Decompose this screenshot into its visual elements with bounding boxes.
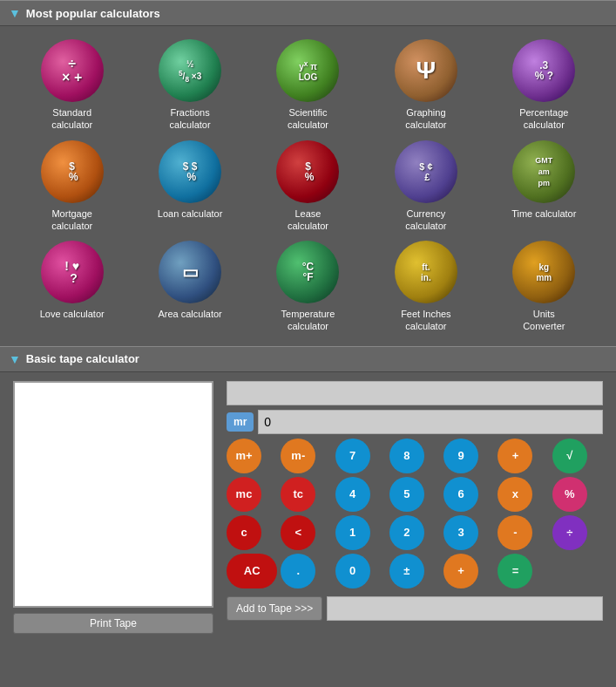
mr-display[interactable] [258,410,603,434]
calc-label-percentage: Percentagecalculator [519,106,568,132]
calc-icon-fractions: ½5/8 ×3 [159,39,221,102]
popular-section: ▼ Most popular calculators ÷× +Standardc… [0,0,616,346]
calc-icon-mortgage: $ % [41,140,104,203]
calc-icon-feetinches: ft.in. [395,241,457,303]
calc-item-scientific[interactable]: yx πLOGScientificcalculator [254,39,362,132]
calc-item-percentage[interactable]: .3% ?Percentagecalculator [490,39,599,132]
popular-section-header: ▼ Most popular calculators [0,0,616,26]
calc-btn-btn7[interactable]: 7 [335,439,370,473]
calc-item-loan[interactable]: $ $ %Loan calculator [135,140,244,220]
tape-section-title: Basic tape calculator [26,352,139,365]
calc-item-lease[interactable]: $ %Leasecalculator [254,140,362,233]
calc-icon-percentage: .3% ? [512,39,575,102]
add-tape-button[interactable]: Add to Tape >>> [227,596,322,621]
calc-btn-backspace[interactable]: < [281,515,315,550]
popular-arrow-icon: ▼ [9,6,21,20]
tape-inner-section: Print Tape mr m+m-789+√mctc456x%c<123-÷A… [0,372,616,647]
calc-btn-tc[interactable]: tc [281,477,315,512]
calc-btn-btn8[interactable]: 8 [389,439,424,473]
calc-item-currency[interactable]: $ ¢ £Currencycalculator [371,140,480,233]
calc-icon-area: ▭ [159,241,221,303]
calc-label-standard: Standardcalculator [51,106,92,132]
calc-btn-btn1[interactable]: 1 [335,515,370,550]
calc-btn-btn9[interactable]: 9 [443,439,478,473]
main-display[interactable] [227,381,603,405]
calc-icon-currency: $ ¢ £ [395,140,457,203]
calc-item-love[interactable]: ! ♥ ?Love calculator [17,241,126,320]
calc-icon-temperature: °C°F [276,241,339,303]
mr-row: mr [227,410,603,434]
calc-label-scientific: Scientificcalculator [288,106,328,132]
calc-item-fractions[interactable]: ½5/8 ×3Fractionscalculator [135,39,244,132]
calc-icon-loan: $ $ % [159,140,221,203]
calc-btn-clear[interactable]: c [227,515,261,550]
calc-btn-multiply[interactable]: x [498,477,532,512]
tape-display-panel: Print Tape [13,381,213,634]
mr-button[interactable]: mr [227,412,254,432]
calc-label-currency: Currencycalculator [405,207,446,233]
calc-label-fractions: Fractionscalculator [170,106,211,132]
calc-icon-units: kgmm [512,241,575,303]
button-grid: m+m-789+√mctc456x%c<123-÷AC.0±+= [227,439,603,588]
calc-label-units: UnitsConverter [523,308,565,333]
calc-item-standard[interactable]: ÷× +Standardcalculator [17,39,126,132]
calc-label-area: Area calculator [158,308,221,320]
calc-item-mortgage[interactable]: $ %Mortgagecalculator [17,140,126,233]
calc-label-lease: Leasecalculator [288,207,328,233]
calc-item-time[interactable]: GMTampmTime calculator [490,140,599,220]
calc-btn-btn6[interactable]: 6 [443,477,478,512]
calc-icon-lease: $ % [276,140,339,203]
calc-icon-love: ! ♥ ? [41,241,104,303]
calc-icon-time: GMTampm [512,140,575,203]
calc-btn-sqrt[interactable]: √ [552,439,587,473]
calculator-right-panel: mr m+m-789+√mctc456x%c<123-÷AC.0±+= Add … [227,381,603,634]
tape-arrow-icon: ▼ [9,352,21,366]
calc-btn-btn0[interactable]: 0 [335,554,370,588]
calc-icon-scientific: yx πLOG [276,39,339,102]
calculators-grid: ÷× +Standardcalculator½5/8 ×3Fractionsca… [17,39,599,333]
calc-label-love: Love calculator [40,308,105,320]
calc-btn-mc[interactable]: mc [227,477,261,512]
calc-btn-btn2[interactable]: 2 [389,515,424,550]
calc-item-temperature[interactable]: °C°FTemperaturecalculator [254,241,362,333]
calc-btn-percent[interactable]: % [552,477,587,512]
calc-btn-equals[interactable]: = [498,554,532,588]
calc-btn-btn4[interactable]: 4 [335,477,370,512]
calc-btn-mminus[interactable]: m- [281,439,315,473]
calc-btn-divide[interactable]: ÷ [552,515,587,550]
calc-btn-ac[interactable]: AC [227,554,277,588]
calc-icon-graphing: Ψ [395,39,457,102]
tape-section: ▼ Basic tape calculator Print Tape mr m+… [0,346,616,647]
calc-label-time: Time calculator [511,207,576,220]
calculators-grid-container: ÷× +Standardcalculator½5/8 ×3Fractionsca… [0,26,616,346]
calc-btn-plus2[interactable]: + [443,554,478,588]
popular-section-title: Most popular calculators [26,7,160,20]
calc-item-area[interactable]: ▭Area calculator [135,241,244,320]
calc-btn-minus[interactable]: - [498,515,532,550]
calc-label-loan: Loan calculator [158,207,223,220]
calc-btn-dot[interactable]: . [281,554,315,588]
calc-btn-mplus[interactable]: m+ [227,439,261,473]
calc-item-units[interactable]: kgmmUnitsConverter [490,241,599,333]
calc-label-graphing: Graphingcalculator [405,106,446,132]
calc-btn-plus[interactable]: + [498,439,532,473]
calc-icon-standard: ÷× + [41,39,104,102]
calc-btn-btn5[interactable]: 5 [389,477,424,512]
calc-btn-btn3[interactable]: 3 [443,515,478,550]
calc-label-temperature: Temperaturecalculator [281,308,335,333]
tape-textarea[interactable] [13,381,213,608]
calc-label-mortgage: Mortgagecalculator [51,207,92,233]
tape-section-header: ▼ Basic tape calculator [0,346,616,372]
calc-label-feetinches: Feet Inchescalculator [401,308,450,333]
tape-inner: Print Tape mr m+m-789+√mctc456x%c<123-÷A… [13,381,603,634]
bottom-row: Add to Tape >>> [227,596,603,621]
bottom-input[interactable] [327,596,603,621]
calc-item-graphing[interactable]: ΨGraphingcalculator [371,39,480,132]
print-tape-button[interactable]: Print Tape [13,613,213,634]
calc-btn-plusminus[interactable]: ± [389,554,424,588]
calc-item-feetinches[interactable]: ft.in.Feet Inchescalculator [371,241,480,333]
